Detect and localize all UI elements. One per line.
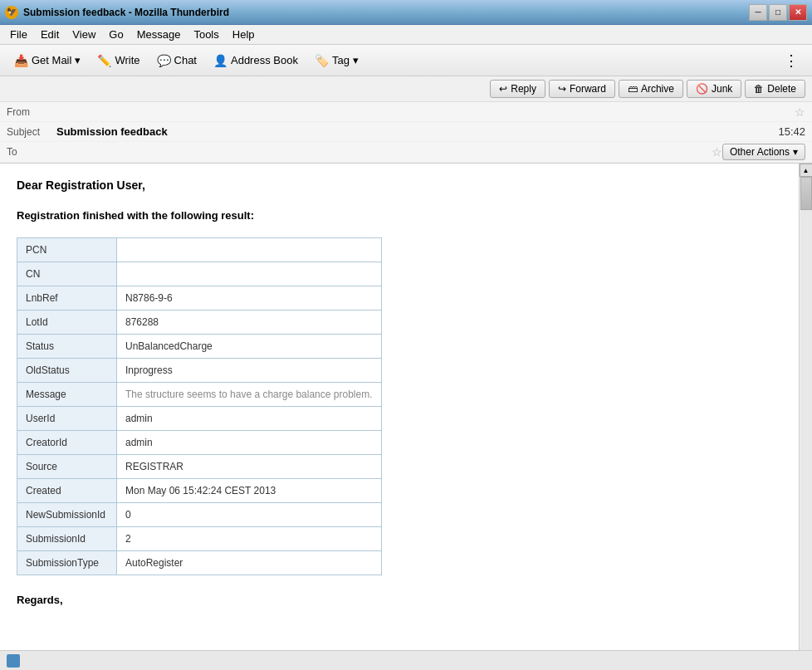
tag-button[interactable]: 🏷️ Tag ▾ [307,50,366,71]
from-star[interactable]: ☆ [795,105,805,119]
email-closing: Regards, [17,592,782,609]
forward-icon: ↪ [558,83,566,95]
table-value: admin [117,406,382,430]
app-icon: 🦅 [5,6,18,19]
menu-view[interactable]: View [66,27,102,42]
table-row: LnbRefN8786-9-6 [17,286,382,310]
scrollbar-up-arrow[interactable]: ▲ [800,164,813,177]
delete-icon: 🗑 [754,83,764,95]
write-icon: ✏️ [97,54,111,67]
other-actions-arrow-icon: ▾ [793,146,798,158]
table-value [117,237,382,262]
table-key: PCN [17,237,117,262]
message-header: From ☆ Subject Submission feedback 15:42… [0,102,812,164]
menu-message[interactable]: Message [130,27,188,42]
table-row: CN [17,262,382,286]
subject-value: Submission feedback [56,125,778,138]
table-row: StatusUnBalancedCharge [17,334,382,358]
reply-icon: ↩ [499,83,507,95]
table-value: Mon May 06 15:42:24 CEST 2013 [117,478,382,502]
table-row: PCN [17,237,382,262]
table-key: NewSubmissionId [17,502,117,526]
table-key: SubmissionId [17,526,117,550]
archive-button[interactable]: 🗃 Archive [619,80,683,98]
status-bar [0,650,812,670]
table-value: 2 [117,526,382,550]
table-row: MessageThe structure seems to have a cha… [17,382,382,406]
table-row: SourceREGISTRAR [17,454,382,478]
to-row: To ☆ Other Actions ▾ [0,142,812,163]
titlebar: 🦅 Submission feedback - Mozilla Thunderb… [0,0,812,25]
email-body: Dear Registration User, Registration fin… [0,164,799,670]
table-row: SubmissionId2 [17,526,382,550]
message-time: 15:42 [778,125,805,138]
to-star[interactable]: ☆ [712,145,722,159]
email-body-wrapper: Dear Registration User, Registration fin… [0,164,812,670]
menu-help[interactable]: Help [226,27,262,42]
table-value: REGISTRAR [117,454,382,478]
table-key: CN [17,262,117,286]
scrollbar[interactable]: ▲ ▼ [799,164,812,670]
message-action-bar: ↩ Reply ↪ Forward 🗃 Archive 🚫 Junk 🗑 Del… [0,76,812,102]
restore-button[interactable]: □ [769,4,787,21]
write-button[interactable]: ✏️ Write [90,50,147,71]
message-actions: ↩ Reply ↪ Forward 🗃 Archive 🚫 Junk 🗑 Del… [490,80,805,98]
reply-button[interactable]: ↩ Reply [490,80,545,98]
address-book-icon: 👤 [213,54,227,67]
subject-row: Subject Submission feedback 15:42 [0,122,812,142]
toolbar-more-button[interactable]: ⋮ [777,48,805,73]
scrollbar-track[interactable] [800,177,812,657]
forward-button[interactable]: ↪ Forward [549,80,615,98]
get-mail-icon: 📥 [14,54,28,67]
menubar: File Edit View Go Message Tools Help [0,25,812,45]
toolbar: 📥 Get Mail ▾ ✏️ Write 💬 Chat 👤 Address B… [0,45,812,76]
from-row: From ☆ [0,102,812,122]
junk-icon: 🚫 [696,83,708,95]
window-title: Submission feedback - Mozilla Thunderbir… [23,7,229,18]
archive-icon: 🗃 [628,83,638,95]
tag-icon: 🏷️ [315,54,329,67]
table-key: UserId [17,406,117,430]
to-label: To [7,146,56,158]
table-row: CreatedMon May 06 15:42:24 CEST 2013 [17,478,382,502]
table-value: AutoRegister [117,550,382,575]
subject-label: Subject [7,126,56,138]
menu-edit[interactable]: Edit [34,27,66,42]
table-key: Status [17,334,117,358]
table-key: SubmissionType [17,550,117,575]
table-value: admin [117,430,382,454]
table-value: Inprogress [117,358,382,382]
table-value [117,262,382,286]
window-controls: ─ □ ✕ [749,4,807,21]
table-key: LnbRef [17,286,117,310]
table-row: LotId876288 [17,310,382,334]
table-value: 876288 [117,310,382,334]
menu-tools[interactable]: Tools [187,27,225,42]
table-row: CreatorIdadmin [17,430,382,454]
table-row: OldStatusInprogress [17,358,382,382]
from-label: From [7,106,56,118]
email-result-text: Registration finished with the following… [17,208,782,224]
close-button[interactable]: ✕ [789,4,807,21]
table-key: LotId [17,310,117,334]
table-value: N8786-9-6 [117,286,382,310]
table-key: Message [17,382,117,406]
scrollbar-thumb[interactable] [800,177,812,210]
table-row: NewSubmissionId0 [17,502,382,526]
table-key: Created [17,478,117,502]
junk-button[interactable]: 🚫 Junk [687,80,741,98]
chat-icon: 💬 [157,54,171,67]
minimize-button[interactable]: ─ [749,4,767,21]
other-actions-button[interactable]: Other Actions ▾ [722,144,805,160]
menu-file[interactable]: File [3,27,34,42]
menu-go[interactable]: Go [102,27,130,42]
email-greeting: Dear Registration User, [17,177,782,194]
get-mail-button[interactable]: 📥 Get Mail ▾ [7,50,88,71]
table-row: SubmissionTypeAutoRegister [17,550,382,575]
address-book-button[interactable]: 👤 Address Book [206,50,306,71]
chat-button[interactable]: 💬 Chat [149,50,204,71]
table-value: The structure seems to have a charge bal… [117,382,382,406]
delete-button[interactable]: 🗑 Delete [745,80,805,98]
table-value: 0 [117,502,382,526]
status-icon [7,654,20,668]
